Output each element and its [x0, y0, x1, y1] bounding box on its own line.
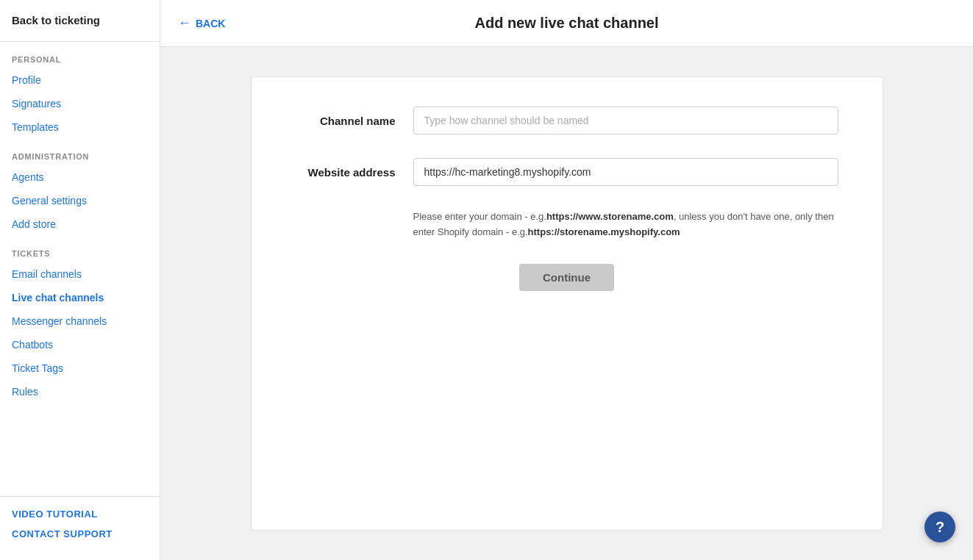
sidebar-item-templates[interactable]: Templates — [0, 115, 160, 139]
hint-bold-storename: https://www.storename.com — [546, 211, 674, 222]
sidebar-item-general-settings[interactable]: General settings — [0, 189, 160, 212]
website-hint-text: Please enter your domain - e.g.https://w… — [413, 209, 838, 240]
back-button-label: BACK — [196, 18, 225, 29]
form-card: Channel name Website address Please ente… — [251, 76, 883, 531]
sidebar-item-profile[interactable]: Profile — [0, 68, 160, 92]
sidebar: Back to ticketing PERSONAL Profile Signa… — [0, 0, 160, 560]
hint-spacer — [296, 209, 413, 240]
sidebar-section-personal: PERSONAL — [0, 42, 160, 68]
continue-button[interactable]: Continue — [519, 264, 614, 291]
sidebar-item-agents[interactable]: Agents — [0, 165, 160, 189]
channel-name-input[interactable] — [413, 107, 838, 134]
sidebar-item-live-chat-channels[interactable]: Live chat channels — [0, 286, 160, 309]
sidebar-section-administration: ADMINISTRATION — [0, 139, 160, 165]
sidebar-video-tutorial-link[interactable]: VIDEO TUTORIAL — [12, 509, 148, 520]
sidebar-item-add-store[interactable]: Add store — [0, 212, 160, 236]
sidebar-contact-support-link[interactable]: CONTACT SUPPORT — [12, 528, 148, 539]
sidebar-back-to-ticketing[interactable]: Back to ticketing — [0, 0, 160, 42]
page-title: Add new live chat channel — [474, 15, 658, 32]
sidebar-item-ticket-tags[interactable]: Ticket Tags — [0, 356, 160, 380]
topbar: ← BACK Add new live chat channel — [160, 0, 973, 47]
sidebar-item-email-channels[interactable]: Email channels — [0, 262, 160, 286]
form-actions: Continue — [296, 264, 838, 291]
help-button[interactable]: ? — [924, 511, 955, 542]
sidebar-item-chatbots[interactable]: Chatbots — [0, 333, 160, 356]
back-arrow-icon: ← — [178, 15, 191, 31]
main-content: ← BACK Add new live chat channel Channel… — [160, 0, 973, 560]
sidebar-item-rules[interactable]: Rules — [0, 380, 160, 403]
website-address-input[interactable] — [413, 158, 838, 186]
back-button[interactable]: ← BACK — [178, 15, 225, 31]
website-address-row: Website address — [296, 158, 838, 186]
content-area: Channel name Website address Please ente… — [160, 47, 973, 560]
sidebar-section-tickets: TICKETS — [0, 236, 160, 262]
hint-row: Please enter your domain - e.g.https://w… — [296, 209, 838, 240]
website-address-label: Website address — [296, 166, 413, 179]
channel-name-label: Channel name — [296, 115, 413, 127]
hint-bold-shopify: https://storename.myshopify.com — [528, 226, 680, 237]
sidebar-item-signatures[interactable]: Signatures — [0, 92, 160, 115]
sidebar-bottom: VIDEO TUTORIAL CONTACT SUPPORT — [0, 496, 160, 560]
sidebar-item-messenger-channels[interactable]: Messenger channels — [0, 309, 160, 333]
channel-name-row: Channel name — [296, 107, 838, 134]
